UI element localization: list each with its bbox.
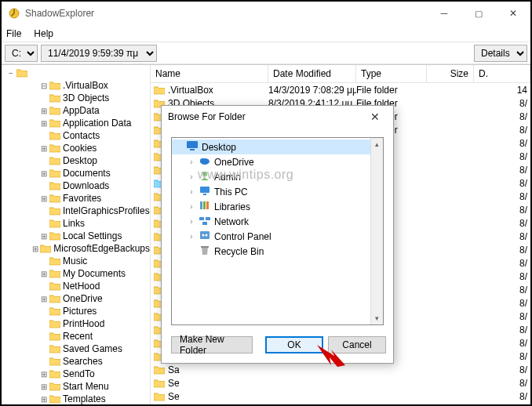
tree-expander-icon[interactable]: ⊞ — [39, 370, 49, 379]
dialog-tree-item[interactable]: Desktop — [172, 140, 383, 154]
tree-expander-icon[interactable]: ⊞ — [39, 169, 49, 178]
tree-item[interactable]: ⊟.VirtualBox — [2, 79, 150, 92]
tree-expander-icon[interactable]: ⊞ — [39, 194, 49, 203]
list-row[interactable]: Se8/ — [151, 390, 530, 403]
drive-select[interactable]: C: — [5, 45, 38, 62]
tree-item[interactable]: Contacts — [2, 129, 150, 142]
menu-file[interactable]: File — [6, 28, 21, 39]
tree-item[interactable]: Searches — [2, 355, 150, 368]
file-d: 8/ — [474, 324, 530, 335]
tree-item[interactable]: Recent — [2, 330, 150, 343]
tree-item[interactable]: ⊞My Documents — [2, 267, 150, 280]
tree-expander-icon[interactable]: ⊞ — [39, 107, 49, 115]
col-d[interactable]: D. — [474, 65, 530, 82]
scroll-up-icon[interactable]: ▴ — [371, 138, 383, 150]
tree-item[interactable]: Desktop — [2, 154, 150, 167]
close-button[interactable]: ✕ — [496, 2, 530, 25]
maximize-button[interactable]: ▢ — [461, 2, 496, 25]
dialog-tree-item[interactable]: ›OneDrive — [172, 154, 383, 169]
tree-expander-icon[interactable]: ⊞ — [39, 119, 49, 128]
folder-icon — [49, 143, 60, 153]
file-d: 8/ — [474, 98, 530, 109]
dialog-tree-item[interactable]: Recycle Bin — [172, 244, 383, 259]
tree-item[interactable]: ⊞Documents — [2, 167, 150, 179]
chevron-right-icon[interactable]: › — [188, 202, 195, 211]
list-header: Name Date Modified Type Size D. — [151, 65, 530, 83]
tree-expander-icon[interactable]: ⊞ — [39, 232, 49, 241]
menu-help[interactable]: Help — [34, 28, 53, 39]
tree-item[interactable]: Saved Games — [2, 343, 150, 355]
folder-icon — [49, 344, 60, 353]
dialog-tree-item[interactable]: ›This PC — [172, 184, 383, 199]
col-date[interactable]: Date Modified — [268, 65, 356, 82]
desktop-icon — [186, 140, 199, 154]
tree-expander-icon[interactable]: ⊟ — [39, 82, 49, 90]
dialog-folder-tree[interactable]: Desktop›OneDrive›Admin›This PC›Libraries… — [171, 137, 384, 325]
list-row[interactable]: .VirtualBox14/3/2019 7:08:29 μμFile fold… — [151, 83, 530, 96]
tree-item[interactable]: NetHood — [2, 280, 150, 292]
dialog-tree-item[interactable]: ›Network — [172, 214, 383, 229]
svg-rect-14 — [200, 231, 210, 239]
view-select[interactable]: Details — [474, 45, 527, 62]
tree-item[interactable]: Music — [2, 255, 150, 267]
cancel-button[interactable]: Cancel — [328, 336, 386, 353]
tree-item[interactable]: Links — [2, 217, 150, 230]
tree-item[interactable]: ⊞OneDrive — [2, 292, 150, 305]
chevron-right-icon[interactable]: › — [188, 158, 195, 166]
file-d: 8/ — [474, 258, 530, 269]
file-type: File folder — [356, 85, 427, 96]
chevron-right-icon[interactable]: › — [188, 217, 195, 226]
tree-item[interactable]: ⊞Cookies — [2, 142, 150, 154]
dialog-item-label: Libraries — [214, 201, 250, 212]
make-new-folder-button[interactable]: Make New Folder — [171, 336, 253, 353]
tree-item[interactable]: ⊞Start Menu — [2, 380, 150, 393]
file-d: 8/ — [474, 298, 530, 309]
ok-button[interactable]: OK — [265, 336, 323, 353]
col-name[interactable]: Name — [151, 65, 268, 82]
tree-item[interactable]: ⊞AppData — [2, 104, 150, 117]
dialog-tree-item[interactable]: ›Libraries — [172, 199, 383, 214]
tree-item[interactable]: ⊞Templates — [2, 393, 150, 404]
dialog-close-button[interactable]: ✕ — [363, 111, 387, 123]
tree-item[interactable]: ⊞SendTo — [2, 368, 150, 380]
tree-item[interactable]: PrintHood — [2, 317, 150, 330]
tree-item[interactable]: Pictures — [2, 305, 150, 317]
tree-item[interactable]: ⊞MicrosoftEdgeBackups — [2, 242, 150, 255]
folder-icon — [154, 379, 165, 388]
file-d: 8/ — [474, 138, 530, 149]
chevron-right-icon[interactable]: › — [188, 232, 195, 241]
tree-expander-icon[interactable]: ⊞ — [32, 245, 40, 253]
file-d: 8/ — [474, 218, 530, 229]
col-size[interactable]: Size — [427, 65, 474, 82]
folder-tree[interactable]: −⊟.VirtualBox3D Objects⊞AppData⊞Applicat… — [2, 65, 151, 404]
dialog-scrollbar[interactable]: ▴ ▾ — [370, 138, 383, 324]
list-row[interactable]: Sta8/ — [151, 403, 530, 404]
chevron-right-icon[interactable]: › — [188, 172, 195, 181]
tree-item[interactable]: ⊞Application Data — [2, 117, 150, 129]
tree-expander-icon[interactable]: ⊞ — [39, 295, 49, 303]
file-d: 8/ — [474, 111, 530, 122]
tree-expander-icon[interactable]: ⊞ — [39, 382, 49, 391]
tree-expander-icon[interactable]: ⊞ — [39, 270, 49, 278]
tree-label: Favorites — [63, 193, 101, 204]
tree-item[interactable]: IntelGraphicsProfiles — [2, 205, 150, 217]
tree-expander-icon[interactable]: ⊞ — [39, 395, 49, 404]
tree-expander-icon[interactable]: ⊞ — [39, 144, 49, 153]
list-row[interactable]: Se8/ — [151, 376, 530, 390]
list-row[interactable]: Sa8/ — [151, 363, 530, 376]
tree-item[interactable]: 3D Objects — [2, 92, 150, 104]
tree-item[interactable]: ⊞Favorites — [2, 192, 150, 205]
tree-label: Searches — [63, 356, 103, 367]
cp-icon — [199, 230, 211, 243]
tree-item[interactable]: Downloads — [2, 179, 150, 192]
dialog-tree-item[interactable]: ›Control Panel — [172, 229, 383, 244]
minimize-button[interactable]: ─ — [427, 2, 461, 25]
snapshot-date-select[interactable]: 11/4/2019 9:59:39 πμ — [41, 45, 157, 62]
folder-icon — [49, 156, 60, 165]
scroll-down-icon[interactable]: ▾ — [371, 312, 383, 324]
svg-rect-6 — [200, 187, 210, 193]
col-type[interactable]: Type — [356, 65, 427, 82]
chevron-right-icon[interactable]: › — [188, 187, 195, 196]
tree-item[interactable]: ⊞Local Settings — [2, 230, 150, 242]
dialog-tree-item[interactable]: ›Admin — [172, 169, 383, 184]
